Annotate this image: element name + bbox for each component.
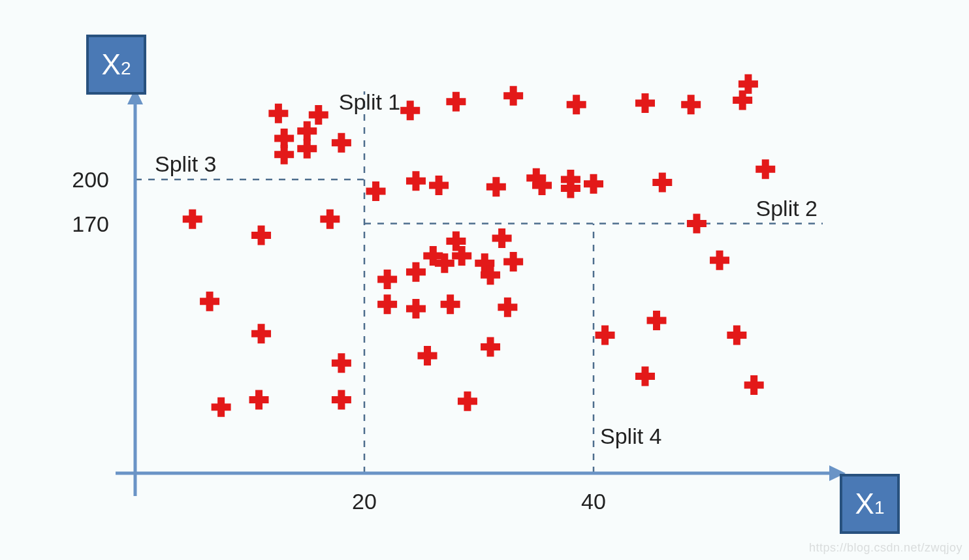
data-point <box>681 95 701 114</box>
data-point <box>687 214 707 234</box>
data-point <box>503 252 523 272</box>
data-point <box>503 86 523 106</box>
data-point <box>332 133 351 153</box>
data-point <box>268 104 288 123</box>
data-point <box>429 176 449 195</box>
data-point <box>212 397 231 417</box>
data-point <box>309 105 328 125</box>
y-tick-label: 200 <box>72 167 109 192</box>
data-point <box>652 173 672 193</box>
data-point <box>406 262 426 282</box>
data-point <box>249 390 269 410</box>
data-point <box>441 294 460 314</box>
data-point <box>647 311 667 330</box>
data-point <box>486 177 506 196</box>
data-point <box>183 210 202 229</box>
data-point <box>406 299 426 319</box>
data-point <box>744 375 764 395</box>
data-point <box>710 251 729 270</box>
data-point <box>377 294 397 314</box>
data-point <box>251 324 271 343</box>
data-point <box>251 226 271 245</box>
data-point <box>498 298 517 317</box>
chart-svg: 2040170200Split 1Split 2Split 3Split 4X2… <box>0 0 969 560</box>
data-point <box>458 392 477 411</box>
x-tick-label: 40 <box>581 489 606 514</box>
data-point <box>406 171 426 191</box>
data-point <box>418 346 437 366</box>
data-point <box>635 93 655 113</box>
data-point <box>297 121 317 141</box>
y-tick-label: 170 <box>72 211 109 236</box>
data-point <box>366 181 386 201</box>
split-4-label: Split 4 <box>600 424 662 448</box>
data-point <box>446 92 466 112</box>
data-point <box>297 139 317 159</box>
data-point <box>755 159 775 179</box>
scatter-chart: 2040170200Split 1Split 2Split 3Split 4X2… <box>0 0 969 560</box>
data-point <box>567 95 586 114</box>
data-point <box>200 292 219 311</box>
data-point <box>481 337 500 357</box>
data-point <box>377 270 397 289</box>
x-tick-label: 20 <box>352 489 377 514</box>
split-1-label: Split 1 <box>339 89 401 114</box>
data-point <box>320 210 340 229</box>
data-point <box>727 326 746 345</box>
data-point <box>400 101 420 120</box>
data-point <box>332 390 351 410</box>
data-point <box>332 353 351 373</box>
data-point <box>635 367 655 386</box>
split-3-label: Split 3 <box>155 151 217 176</box>
data-point <box>492 228 512 248</box>
data-point <box>584 174 603 194</box>
split-2-label: Split 2 <box>756 196 818 221</box>
watermark-text: https://blog.csdn.net/zwqjoy <box>809 541 962 555</box>
data-point <box>274 145 294 164</box>
data-point <box>596 326 615 345</box>
